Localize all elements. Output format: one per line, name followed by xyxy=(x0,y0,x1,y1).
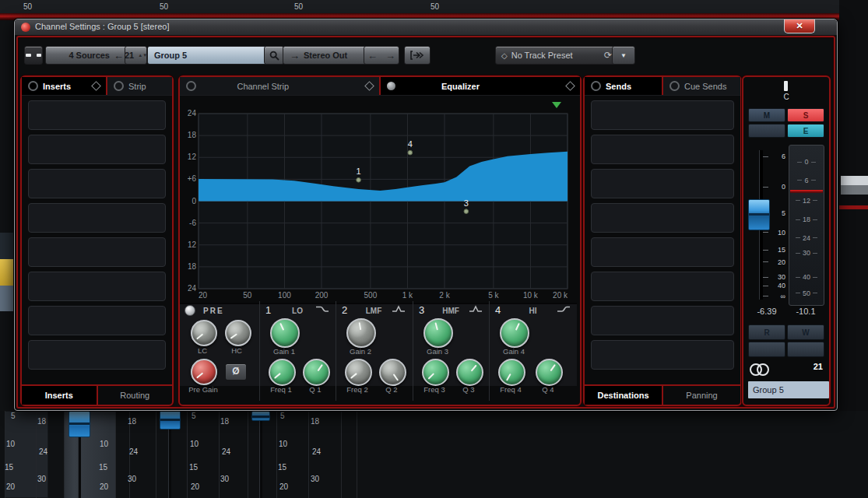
volume-fader[interactable] xyxy=(748,199,770,230)
bypass-ring-icon[interactable] xyxy=(186,81,196,91)
tab-channel-strip[interactable]: Channel Strip xyxy=(180,77,379,95)
q1-knob[interactable] xyxy=(303,359,327,383)
mute-button[interactable]: M xyxy=(748,108,785,122)
direct-routing-button[interactable] xyxy=(404,46,430,65)
lowshelf-icon[interactable] xyxy=(315,305,329,313)
input-sources-button[interactable]: 4 Sources ← xyxy=(45,46,130,65)
channel-name-field[interactable]: Group 5 ▸ xyxy=(147,46,278,65)
bottom-tab-inserts[interactable]: Inserts xyxy=(22,386,98,405)
bottom-tab-routing[interactable]: Routing xyxy=(98,386,173,405)
mixer-fader-cap[interactable] xyxy=(160,409,181,430)
highshelf-icon[interactable] xyxy=(557,305,571,313)
freq4-knob[interactable] xyxy=(498,359,522,383)
read-automation-button[interactable]: R xyxy=(748,324,785,340)
preset-dropdown-button[interactable]: ▼ xyxy=(612,46,635,65)
screen: 5050505051015201824301015201824305101520… xyxy=(0,0,868,498)
send-slot[interactable] xyxy=(591,100,734,130)
svg-text:500: 500 xyxy=(364,291,378,300)
svg-text:+12: +12 xyxy=(188,153,196,161)
tab-equalizer[interactable]: Equalizer xyxy=(379,77,580,95)
channel-nav-buttons[interactable]: ← → xyxy=(364,46,399,65)
freq2-knob[interactable] xyxy=(345,359,369,383)
insert-slot[interactable] xyxy=(28,169,166,198)
bypass-ring-icon[interactable] xyxy=(28,81,38,91)
setup-window-layout-button[interactable] xyxy=(24,46,43,65)
mixer-fader-cap[interactable] xyxy=(69,411,90,437)
automation-extra-button[interactable] xyxy=(787,342,824,357)
insert-slot[interactable] xyxy=(28,100,166,130)
q2-knob[interactable] xyxy=(379,359,403,383)
edit-button[interactable]: E xyxy=(787,124,824,138)
channel-number-spinner[interactable]: 21 ▲▼ xyxy=(125,46,147,65)
send-slot[interactable] xyxy=(591,272,734,301)
eq-curve-svg[interactable]: +24+18+12+60-6-12-18-2420501002005001 k2… xyxy=(188,99,574,303)
preset-diamond-icon[interactable] xyxy=(364,81,374,91)
nav-forward-icon[interactable]: → xyxy=(385,50,395,61)
bottom-tab-destinations[interactable]: Destinations xyxy=(585,386,663,405)
send-slot[interactable] xyxy=(591,340,734,370)
freq3-knob[interactable] xyxy=(422,359,446,383)
meter-peak-value[interactable]: -10.1 xyxy=(789,307,823,316)
insert-slot[interactable] xyxy=(28,203,166,233)
gain3-knob[interactable] xyxy=(423,318,450,345)
mixer-scale-number: 50 xyxy=(430,2,439,11)
mixer-scale-number: 15 xyxy=(278,463,286,472)
insert-slot[interactable] xyxy=(28,135,166,164)
gain2-knob[interactable] xyxy=(346,318,373,345)
send-slot[interactable] xyxy=(591,135,734,164)
freq1-knob[interactable] xyxy=(269,359,293,383)
eq-active-led-icon[interactable] xyxy=(387,82,395,90)
strip-icon xyxy=(114,81,124,91)
peak-icon[interactable] xyxy=(392,305,406,313)
reload-preset-icon[interactable]: ⟳ xyxy=(604,50,612,61)
automation-extra-button[interactable] xyxy=(748,342,785,357)
pre-label: PRE xyxy=(203,307,224,315)
send-slot[interactable] xyxy=(591,203,734,233)
output-routing-button[interactable]: → Stereo Out xyxy=(283,46,367,65)
q3-knob[interactable] xyxy=(456,359,480,383)
peak-icon[interactable] xyxy=(469,305,483,313)
mixer-fader-cap[interactable] xyxy=(251,411,270,421)
insert-slot[interactable] xyxy=(28,272,166,301)
eq-curve-display[interactable]: +24+18+12+60-6-12-18-2420501002005001 k2… xyxy=(188,99,574,303)
insert-slot[interactable] xyxy=(28,237,166,267)
preset-diamond-icon[interactable] xyxy=(565,81,575,91)
nav-back-icon[interactable]: ← xyxy=(367,50,378,61)
fader-level-value[interactable]: -6.39 xyxy=(747,307,787,316)
send-slot[interactable] xyxy=(591,237,734,267)
listen-button[interactable] xyxy=(748,124,785,138)
send-slot[interactable] xyxy=(591,169,734,198)
mixer-scale-number: 30 xyxy=(311,475,319,483)
gain1-knob[interactable] xyxy=(270,318,297,345)
app-icon xyxy=(21,23,30,32)
channel-name-label[interactable]: Group 5 xyxy=(748,381,829,398)
mixer-scale-number: 18 xyxy=(37,417,46,426)
insert-slot[interactable] xyxy=(28,306,166,335)
close-button[interactable]: ✕ xyxy=(784,19,815,33)
solo-button[interactable]: S xyxy=(787,108,824,122)
spinner-arrows-icon[interactable]: ▲▼ xyxy=(138,54,147,58)
pan-control[interactable] xyxy=(784,81,788,91)
tab-inserts[interactable]: Inserts xyxy=(22,77,106,95)
title-bar[interactable]: Channel Settings : Group 5 [stereo] ✕ xyxy=(15,19,837,36)
send-slot[interactable] xyxy=(591,306,734,335)
preset-diamond-icon[interactable] xyxy=(91,81,101,91)
write-automation-button[interactable]: W xyxy=(787,324,824,340)
gain4-knob[interactable] xyxy=(500,318,526,345)
pre-gain-knob[interactable] xyxy=(191,359,214,382)
bottom-tab-panning[interactable]: Panning xyxy=(663,386,740,405)
low-cut-knob[interactable] xyxy=(191,320,214,343)
phase-invert-button[interactable]: Ø xyxy=(225,363,247,381)
tab-strip[interactable]: Strip xyxy=(106,77,172,95)
channel-search-button[interactable] xyxy=(264,46,284,65)
channel-state-buttons: M S E xyxy=(748,108,824,138)
svg-text:100: 100 xyxy=(278,291,291,300)
high-cut-knob[interactable] xyxy=(225,320,248,343)
track-preset-field[interactable]: ◇ No Track Preset ⟳ xyxy=(495,46,618,65)
insert-slot[interactable] xyxy=(28,340,166,370)
tab-cue-sends[interactable]: Cue Sends xyxy=(662,77,740,95)
pre-led-icon[interactable] xyxy=(184,305,195,316)
bypass-ring-icon[interactable] xyxy=(591,81,601,91)
q4-knob[interactable] xyxy=(536,359,560,383)
tab-sends[interactable]: Sends xyxy=(585,77,662,95)
